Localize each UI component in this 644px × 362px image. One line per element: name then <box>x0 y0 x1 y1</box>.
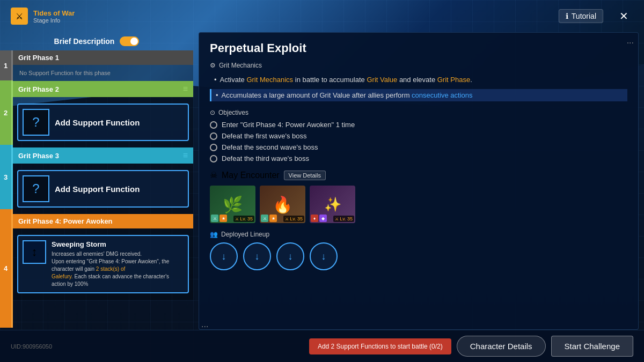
view-details-button[interactable]: View Details <box>284 171 326 180</box>
sword-lv-icon-0: ⚔ <box>235 217 239 221</box>
lineup-slot-3[interactable]: ↓ <box>310 242 338 270</box>
phase-3-content: ? Add Support Function <box>13 164 193 214</box>
enemy-card-1: 🔥 ⚔ ★ ⚔ Lv. 35 <box>260 186 305 223</box>
obj-text-2: Defeat the second wave's boss <box>222 143 318 151</box>
lineup-section: 👥 Deployed Lineup ↓ ↓ ↓ ↓ <box>210 231 627 270</box>
brief-desc-toggle[interactable] <box>120 36 139 46</box>
badge-green-0: ⚔ <box>211 215 218 222</box>
phase-4-section: Grit Phase 4: Power Awoken ↕ Sweeping St… <box>13 214 193 300</box>
level-text-2: Lv. 35 <box>340 216 353 221</box>
phase-4-label: Grit Phase 4: Power Awoken <box>18 217 113 225</box>
obj-text-0: Enter "Grit Phase 4: Power Awoken" 1 tim… <box>222 121 355 129</box>
phase-2-support-label: Add Support Function <box>55 118 140 127</box>
lineup-slot-0[interactable]: ↓ <box>210 242 238 270</box>
uid-text: UID:900956050 <box>11 343 52 350</box>
ability-card: ↕ Sweeping Storm Increases all enemies' … <box>17 235 189 293</box>
top-right-group: ℹ Tutorial ✕ <box>559 6 633 26</box>
add-support-notice: Add 2 Support Functions to start battle … <box>309 338 451 354</box>
support-question-icon: ? <box>23 109 49 136</box>
mechanic-1: • Activate Grit Mechanics in battle to a… <box>210 73 627 86</box>
lineup-slot-1[interactable]: ↓ <box>243 242 271 270</box>
level-tag-0: ⚔ Lv. 35 <box>233 216 254 222</box>
enemy-card-0: 🌿 ⚔ ★ ⚔ Lv. 35 <box>210 186 255 223</box>
obj-item-1: Defeat the first wave's boss <box>210 132 627 140</box>
enemy-badges-1: ⚔ ★ <box>261 215 277 222</box>
encounter-label: May Encounter <box>222 171 280 180</box>
left-panel: Brief Description 1 2 3 4 Grit Phase 1 N… <box>0 32 193 330</box>
bottom-right-group: Add 2 Support Functions to start battle … <box>309 336 633 357</box>
close-icon: ✕ <box>619 10 628 23</box>
level-tag-2: ⚔ Lv. 35 <box>333 216 354 222</box>
enemy-img-1: 🔥 ⚔ ★ ⚔ Lv. 35 <box>260 186 305 223</box>
support-question-icon-2: ? <box>23 175 49 202</box>
obj-text-3: Defeat the third wave's boss <box>222 154 309 162</box>
start-challenge-button[interactable]: Start Challenge <box>551 336 633 357</box>
objectives-label: Objectives <box>218 109 248 116</box>
phase-1-content: No Support Function for this phase <box>13 65 193 81</box>
bottom-bar: UID:900956050 Add 2 Support Functions to… <box>0 330 644 362</box>
phase-num-1: 1 <box>0 50 13 80</box>
character-details-button[interactable]: Character Details <box>457 336 546 357</box>
mechanic-2: • Accumulates a large amount of Grit Val… <box>210 89 627 101</box>
phase-2-label: Grit Phase 2 <box>18 85 59 93</box>
mechanic-2-text: Accumulates a large amount of Grit Value… <box>222 91 473 99</box>
brief-desc-label: Brief Description <box>54 37 115 46</box>
phase-1-label: Grit Phase 1 <box>18 54 59 62</box>
close-button[interactable]: ✕ <box>614 6 633 26</box>
obj-text-1: Defeat the first wave's boss <box>222 132 307 140</box>
lineup-slot-2[interactable]: ↓ <box>276 242 304 270</box>
phase-3-header: Grit Phase 3 ≡ <box>13 147 193 164</box>
encounter-header: ☠ May Encounter View Details <box>210 170 627 180</box>
enemy-img-0: 🌿 ⚔ ★ ⚔ Lv. 35 <box>210 186 255 223</box>
obj-item-3: Defeat the third wave's boss <box>210 154 627 162</box>
panel-more-icon[interactable]: ... <box>627 36 634 46</box>
sword-lv-icon-2: ⚔ <box>335 217 339 221</box>
phase-num-2: 2 <box>0 80 13 145</box>
phase-number-bar: 1 2 3 4 <box>0 50 13 328</box>
level-text-1: Lv. 35 <box>290 216 303 221</box>
obj-circle-3 <box>210 155 217 162</box>
level-tag-1: ⚔ Lv. 35 <box>283 216 304 222</box>
objectives-icon: ⊙ <box>210 109 215 116</box>
badge-purple-2: ◆ <box>319 215 327 222</box>
bullet-dot: • <box>214 76 217 84</box>
phase-3-support-label: Add Support Function <box>55 184 140 194</box>
phase-num-3: 3 <box>0 145 13 209</box>
tutorial-button[interactable]: ℹ Tutorial <box>559 9 603 23</box>
encounter-section: ☠ May Encounter View Details 🌿 ⚔ ★ ⚔ <box>210 170 627 223</box>
phase-num-4: 4 <box>0 209 13 328</box>
panel-title: Perpetual Exploit <box>210 41 627 55</box>
ability-icon: ↕ <box>23 240 46 264</box>
grit-icon: ⚙ <box>210 62 216 69</box>
phase-4-header: Grit Phase 4: Power Awoken <box>13 214 193 228</box>
phase-2-support-card[interactable]: ? Add Support Function <box>17 104 189 141</box>
sword-lv-icon-1: ⚔ <box>285 217 289 221</box>
objectives-label-row: ⊙ Objectives <box>210 109 627 116</box>
mechanic-1-text: Activate Grit Mechanics in battle to acc… <box>220 76 472 84</box>
stage-info: ⚔ Tides of War Stage Info <box>11 8 75 25</box>
enemy-card-2: ✨ ♦ ◆ ⚔ Lv. 35 <box>310 186 355 223</box>
phase-1-header: Grit Phase 1 <box>13 50 193 65</box>
right-panel: ... Perpetual Exploit ⚙ Grit Mechanics •… <box>199 32 639 330</box>
info-icon: ℹ <box>566 12 568 20</box>
phase-1-section: Grit Phase 1 No Support Function for thi… <box>13 50 193 81</box>
phase-3-support-card[interactable]: ? Add Support Function <box>17 170 189 208</box>
slot-arrow-0: ↓ <box>222 251 226 262</box>
obj-circle-2 <box>210 144 217 151</box>
brief-desc-header: Brief Description <box>0 32 193 50</box>
badge-red-2: ♦ <box>311 215 318 222</box>
stage-subtitle: Stage Info <box>33 17 75 24</box>
ability-name: Sweeping Storm <box>52 240 184 248</box>
lineup-label-row: 👥 Deployed Lineup <box>210 231 627 238</box>
top-bar: ⚔ Tides of War Stage Info ℹ Tutorial ✕ <box>0 0 644 32</box>
level-text-0: Lv. 35 <box>240 216 253 221</box>
badge-orange-0: ★ <box>219 215 227 222</box>
slot-arrow-3: ↓ <box>321 251 326 262</box>
stage-icon: ⚔ <box>11 8 28 25</box>
phase-3-section: Grit Phase 3 ≡ ? Add Support Function <box>13 147 193 214</box>
objectives-section: ⊙ Objectives Enter "Grit Phase 4: Power … <box>210 109 627 162</box>
phase-2-section: Grit Phase 2 ≡ ? Add Support Function <box>13 81 193 147</box>
panel-bottom-dots: ... <box>201 320 208 329</box>
lineup-icon: 👥 <box>210 231 218 238</box>
enemy-emoji-0: 🌿 <box>223 195 243 214</box>
